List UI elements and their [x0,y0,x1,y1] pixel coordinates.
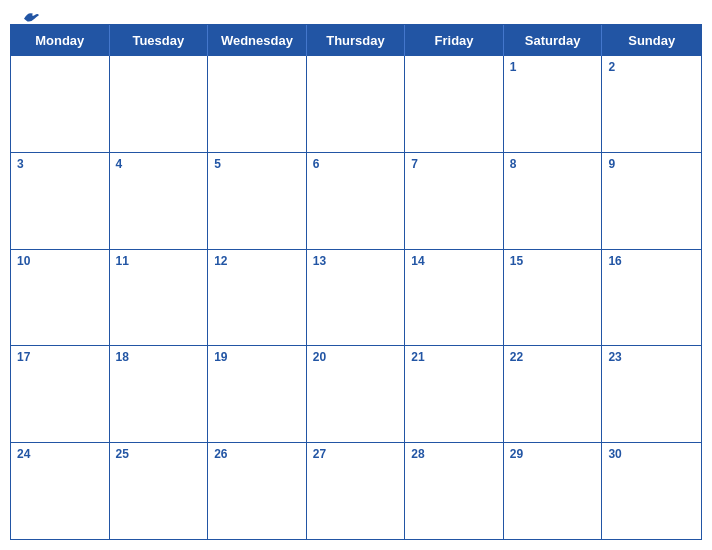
day-number: 13 [313,254,399,268]
day-number: 14 [411,254,497,268]
logo-bird-icon [22,10,40,24]
day-cell: 18 [110,346,209,442]
day-number: 1 [510,60,596,74]
day-number: 16 [608,254,695,268]
day-cell: 30 [602,443,701,539]
weeks-container: 1234567891011121314151617181920212223242… [11,56,701,539]
day-number: 20 [313,350,399,364]
day-cell: 9 [602,153,701,249]
logo [20,10,40,24]
day-number: 5 [214,157,300,171]
day-number: 4 [116,157,202,171]
week-row-3: 10111213141516 [11,250,701,347]
day-number: 12 [214,254,300,268]
logo-blue-text [20,10,40,24]
day-number: 3 [17,157,103,171]
day-number: 26 [214,447,300,461]
day-cell [405,56,504,152]
calendar-header [0,0,712,24]
day-cell: 15 [504,250,603,346]
day-cell: 1 [504,56,603,152]
day-number: 7 [411,157,497,171]
day-cell: 2 [602,56,701,152]
day-cell: 8 [504,153,603,249]
day-cell: 27 [307,443,406,539]
day-number: 19 [214,350,300,364]
day-cell: 3 [11,153,110,249]
day-cell: 6 [307,153,406,249]
day-number: 6 [313,157,399,171]
day-header-tuesday: Tuesday [110,25,209,56]
day-number: 21 [411,350,497,364]
day-number: 25 [116,447,202,461]
week-row-4: 17181920212223 [11,346,701,443]
day-cell: 17 [11,346,110,442]
day-number: 2 [608,60,695,74]
day-cell [307,56,406,152]
day-cell: 10 [11,250,110,346]
day-number: 15 [510,254,596,268]
day-cell: 26 [208,443,307,539]
day-header-monday: Monday [11,25,110,56]
week-row-1: 12 [11,56,701,153]
day-cell: 5 [208,153,307,249]
day-number: 17 [17,350,103,364]
day-cell: 11 [110,250,209,346]
day-header-wednesday: Wednesday [208,25,307,56]
day-header-thursday: Thursday [307,25,406,56]
day-number: 22 [510,350,596,364]
day-number: 18 [116,350,202,364]
day-number: 23 [608,350,695,364]
day-cell: 12 [208,250,307,346]
day-number: 30 [608,447,695,461]
day-cell [11,56,110,152]
day-number: 9 [608,157,695,171]
day-cell: 29 [504,443,603,539]
day-number: 10 [17,254,103,268]
day-cell: 4 [110,153,209,249]
day-headers-row: MondayTuesdayWednesdayThursdayFridaySatu… [11,25,701,56]
day-cell: 28 [405,443,504,539]
day-number: 8 [510,157,596,171]
day-cell: 19 [208,346,307,442]
day-cell: 14 [405,250,504,346]
day-number: 11 [116,254,202,268]
day-number: 27 [313,447,399,461]
day-cell [208,56,307,152]
day-cell: 20 [307,346,406,442]
week-row-5: 24252627282930 [11,443,701,539]
day-cell: 13 [307,250,406,346]
day-header-friday: Friday [405,25,504,56]
week-row-2: 3456789 [11,153,701,250]
calendar-grid: MondayTuesdayWednesdayThursdayFridaySatu… [10,24,702,540]
day-number: 28 [411,447,497,461]
day-cell: 25 [110,443,209,539]
day-number: 24 [17,447,103,461]
day-cell: 24 [11,443,110,539]
day-cell: 21 [405,346,504,442]
day-number: 29 [510,447,596,461]
day-cell: 23 [602,346,701,442]
day-cell: 7 [405,153,504,249]
day-cell: 16 [602,250,701,346]
day-cell [110,56,209,152]
day-header-sunday: Sunday [602,25,701,56]
day-header-saturday: Saturday [504,25,603,56]
day-cell: 22 [504,346,603,442]
